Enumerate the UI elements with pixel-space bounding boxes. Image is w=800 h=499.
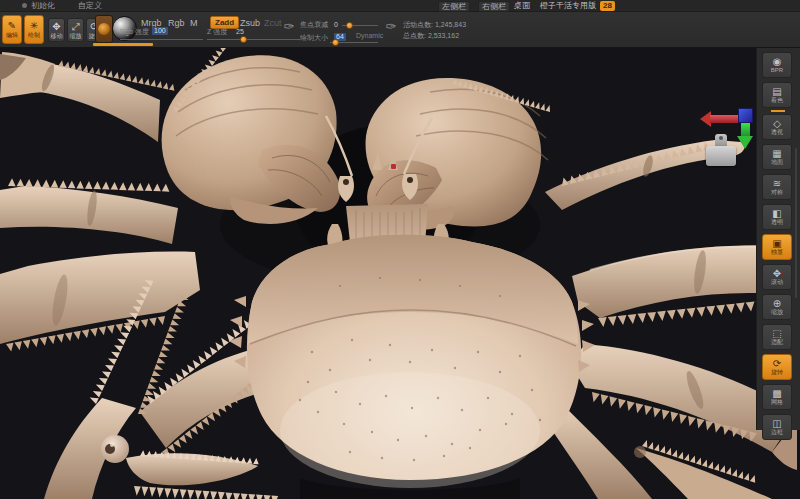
zoom-icon: ⊕ <box>773 298 781 309</box>
menu-item-desktop[interactable]: 桌面 <box>514 1 530 11</box>
crab-model[interactable] <box>0 48 800 499</box>
floor-grid-icon: ▦ <box>772 148 781 159</box>
zcut-toggle[interactable]: Zcut <box>264 18 282 28</box>
scroll-icon: ✥ <box>773 268 781 279</box>
move-icon: ✥ <box>52 22 60 32</box>
scale-mode-button[interactable]: ⤢ 缩放 <box>67 18 84 42</box>
polyframe-icon: ▩ <box>772 388 781 399</box>
shelf-active-dash <box>771 110 785 112</box>
z-intensity-value[interactable]: 25 <box>236 28 244 36</box>
shelf-button-border[interactable]: ◫边框 <box>762 414 792 440</box>
shelf-button-frame[interactable]: ⬚适配 <box>762 324 792 350</box>
bpr-render-icon: ◉ <box>773 56 782 67</box>
rgb-intensity-slider[interactable] <box>120 39 203 40</box>
shelf-button-rotate-nav[interactable]: ⟳旋转 <box>762 354 792 380</box>
x-axis-bar <box>710 115 738 123</box>
m-toggle[interactable]: M <box>190 18 198 28</box>
z-intensity-knob[interactable] <box>240 36 247 43</box>
rotate-nav-icon: ⟳ <box>773 358 781 369</box>
menu-bullet-icon <box>22 3 27 8</box>
frame-fit-icon: ⬚ <box>772 328 781 339</box>
active-points-stat: 活动点数: 1,245,843 <box>403 20 466 29</box>
rgb-intensity-value[interactable]: 100 <box>152 27 168 35</box>
brush-thumbnail-icon <box>98 23 110 35</box>
focal-shift-slider[interactable] <box>342 25 378 26</box>
camera-body-icon <box>706 146 736 166</box>
shelf-scrollbar[interactable] <box>795 148 797 298</box>
menu-button-left-tray[interactable]: 左侧栏 <box>438 1 470 12</box>
zbrush-window: 初始化 自定义 左侧栏 右侧栏 桌面 橙子干活专用版 28 ✎ 编辑 ✳ 绘制 … <box>0 0 800 499</box>
symmetry-icon: ≋ <box>773 178 781 189</box>
focal-shift-label: 焦点衰减 <box>300 21 328 29</box>
active-brush-underline <box>93 43 153 46</box>
dynamic-toggle[interactable]: Dynamic <box>356 32 383 40</box>
top-shelf: ✎ 编辑 ✳ 绘制 ✥ 移动 ⤢ 缩放 ⟳ 旋转 Mrgb Rgb M Rgb … <box>0 12 800 48</box>
scale-icon: ⤢ <box>72 22 80 32</box>
rgb-toggle[interactable]: Rgb <box>168 18 185 28</box>
z-intensity-slider[interactable] <box>207 39 300 40</box>
shelf-button-solo[interactable]: ▣独显 <box>762 234 792 260</box>
z-intensity-label: Z 强度 <box>207 28 227 36</box>
shelf-button-transparent[interactable]: ◧透明 <box>762 204 792 230</box>
draw-mode-button[interactable]: ✳ 绘制 <box>24 15 44 44</box>
shelf-button-polyframe[interactable]: ▩网格 <box>762 384 792 410</box>
shelf-button-symmetry[interactable]: ≋对称 <box>762 174 792 200</box>
menu-item-custom[interactable]: 自定义 <box>78 1 102 11</box>
draw-size-knob[interactable] <box>332 39 339 46</box>
focal-shift-knob[interactable] <box>346 22 353 29</box>
sculpt-viewport[interactable] <box>0 48 800 499</box>
shelf-button-zoom[interactable]: ⊕缩放 <box>762 294 792 320</box>
edit-mode-button[interactable]: ✎ 编辑 <box>2 15 22 44</box>
shelf-button-scroll[interactable]: ✥滚动 <box>762 264 792 290</box>
camera-knob-icon <box>719 136 723 140</box>
total-points-stat: 总点数: 2,533,162 <box>403 31 459 40</box>
symmetry-marker <box>391 164 396 169</box>
transparent-icon: ◧ <box>772 208 781 219</box>
gizmo-cube-icon <box>738 108 753 123</box>
draw-star-icon: ✳ <box>30 21 38 31</box>
perspective-icon: ◇ <box>773 118 781 129</box>
y-axis-bar <box>741 123 750 137</box>
focal-shift-value[interactable]: 0 <box>334 21 338 29</box>
draw-size-label: 绘制大小 <box>300 34 328 42</box>
draw-size-slider[interactable] <box>330 42 378 43</box>
shaded-mode-icon: ▤ <box>772 86 781 97</box>
rgb-intensity-label: Rgb 强度 <box>120 28 149 36</box>
right-shelf: ◉BPR ▤着色 ◇透视 ▦地面 ≋对称 ◧透明 ▣独显 ✥滚动 ⊕缩放 ⬚适配… <box>756 48 800 430</box>
solo-icon: ▣ <box>772 238 781 249</box>
version-badge: 28 <box>600 1 615 11</box>
current-brush-button[interactable] <box>95 15 113 43</box>
camera-view-widget[interactable] <box>702 134 742 168</box>
shelf-button-bpr[interactable]: ◉BPR <box>762 52 792 78</box>
zsub-toggle[interactable]: Zsub <box>240 18 260 28</box>
poly-stats-icon: ✑ <box>384 18 398 36</box>
shelf-button-shaded[interactable]: ▤着色 <box>762 82 792 108</box>
brush-cursor-icon: ✑ <box>282 18 296 36</box>
menu-item-init[interactable]: 初始化 <box>31 1 55 11</box>
border-icon: ◫ <box>772 418 781 429</box>
shelf-button-persp[interactable]: ◇透视 <box>762 114 792 140</box>
shelf-button-floor[interactable]: ▦地面 <box>762 144 792 170</box>
pencil-icon: ✎ <box>8 21 16 31</box>
menu-button-right-tray[interactable]: 右侧栏 <box>478 1 510 12</box>
move-mode-button[interactable]: ✥ 移动 <box>48 18 65 42</box>
menu-bar: 初始化 自定义 左侧栏 右侧栏 桌面 橙子干活专用版 28 <box>0 0 800 12</box>
app-title: 橙子干活专用版 <box>540 1 596 11</box>
